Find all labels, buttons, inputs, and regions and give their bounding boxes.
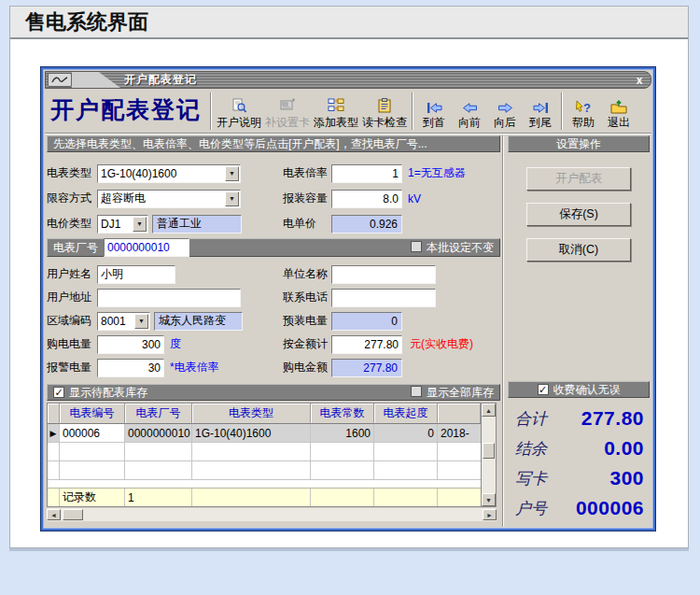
- confirm-bar: ✓ 收费确认无误: [508, 381, 650, 398]
- column-header: [438, 404, 481, 424]
- capacity-input[interactable]: [331, 190, 402, 208]
- write-card-value: 300: [609, 467, 644, 489]
- buy-qty-input[interactable]: [97, 335, 164, 354]
- go-next-button[interactable]: 向后: [487, 91, 523, 132]
- ratio-input[interactable]: [331, 164, 402, 183]
- total-row: 合计 277.80: [508, 404, 650, 433]
- alarm-qty-row: 报警电量 *电表倍率 购电金额 277.80: [47, 356, 500, 379]
- main-column: 先选择电表类型、电表倍率、电价类型等后点击[开户配表]，查找电表厂号... 电表…: [47, 135, 500, 527]
- table-header-row: 电表编号 电表厂号 电表类型 电表常数 电表起度: [48, 404, 481, 424]
- last-record-icon: [533, 97, 549, 114]
- balance-label: 结余: [515, 438, 547, 460]
- alarm-qty-input[interactable]: [97, 359, 164, 377]
- show-pending-checkbox[interactable]: ✓: [53, 387, 64, 398]
- page-card: 售电系统界面 开户配表登记 x 开户配表登记 开户说明: [9, 6, 689, 548]
- toolbar-button-label: 向后: [494, 115, 516, 131]
- chevron-down-icon[interactable]: ▼: [134, 314, 148, 329]
- scroll-down-icon[interactable]: ▼: [482, 493, 496, 506]
- horizontal-scrollbar[interactable]: ◄ ►: [47, 508, 497, 521]
- address-input[interactable]: [97, 289, 241, 307]
- preset-qty-field: 0: [331, 312, 402, 331]
- read-card-check-button[interactable]: 读卡检查: [360, 91, 409, 132]
- ratio-label: 电表倍率: [283, 165, 331, 181]
- phone-label: 联系电话: [283, 290, 331, 305]
- help-button[interactable]: ? 帮助: [566, 91, 601, 132]
- limit-mode-label: 限容方式: [47, 191, 97, 206]
- horizontal-scroll-thumb[interactable]: [63, 509, 83, 520]
- column-header: 电表起度: [374, 404, 438, 424]
- go-prev-button[interactable]: 向前: [452, 91, 487, 132]
- by-amount-note: 元(实收电费): [410, 336, 473, 352]
- save-button[interactable]: 保存(S): [526, 203, 631, 226]
- toolbar-button-label: 退出: [608, 115, 630, 131]
- limit-mode-value: 超容断电: [98, 191, 225, 206]
- area-code-label: 区域编码: [47, 313, 97, 329]
- record-count-label: 记录数: [60, 489, 125, 506]
- factory-no-bar: 电表厂号 本批设定不变: [47, 238, 500, 257]
- address-row: 用户地址 联系电话: [47, 286, 500, 309]
- toolbar-button-label: 开户说明: [217, 115, 261, 131]
- fee-confirm-label: 收费确认无误: [553, 382, 621, 398]
- app-window: 开户配表登记 x 开户配表登记 开户说明 补设置卡: [40, 66, 656, 531]
- price-type-value: DJ1: [98, 218, 133, 231]
- assign-meter-button[interactable]: 开户配表: [526, 167, 631, 191]
- toolbar-button-label: 到尾: [529, 115, 552, 131]
- setup-card-button[interactable]: 补设置卡: [263, 91, 312, 132]
- clipboard-icon: [376, 97, 393, 114]
- first-record-icon: [427, 97, 442, 114]
- write-card-row: 写卡 300: [508, 463, 650, 493]
- price-type-combo[interactable]: DJ1 ▼: [97, 215, 148, 234]
- vertical-scroll-thumb[interactable]: [483, 443, 495, 459]
- window-title: 开户配表登记: [124, 72, 197, 88]
- help-icon: ?: [575, 97, 593, 114]
- phone-input[interactable]: [331, 289, 436, 307]
- area-code-combo[interactable]: 8001 ▼: [97, 312, 150, 331]
- limit-mode-combo[interactable]: 超容断电 ▼: [97, 190, 241, 208]
- batch-fixed-checkbox[interactable]: [411, 241, 422, 252]
- next-record-icon: [497, 97, 513, 114]
- scroll-up-icon[interactable]: ▲: [482, 404, 496, 417]
- user-name-input[interactable]: [97, 265, 175, 284]
- show-all-checkbox[interactable]: [411, 386, 422, 397]
- user-name-row: 用户姓名 单位名称: [47, 262, 500, 286]
- area-desc-field: 城东人民路变: [154, 312, 243, 331]
- balance-value: 0.00: [604, 437, 644, 460]
- price-type-row: 电价类型 DJ1 ▼ 普通工业 电单价 0.926: [47, 211, 500, 236]
- table-row[interactable]: ▶ 000006 0000000010 1G-10(40)1600 1600 0…: [48, 424, 481, 443]
- chevron-down-icon[interactable]: ▼: [225, 191, 239, 206]
- toolbar-button-label: 添加表型: [314, 115, 358, 131]
- org-name-input[interactable]: [331, 265, 436, 284]
- capacity-note: kV: [408, 192, 421, 205]
- unit-price-field: 0.926: [331, 215, 402, 234]
- vertical-scrollbar[interactable]: ▲ ▼: [481, 404, 496, 506]
- close-button[interactable]: x: [628, 74, 651, 87]
- column-header: 电表类型: [192, 404, 311, 424]
- fee-confirm-checkbox[interactable]: ✓: [538, 384, 549, 395]
- add-meter-type-button[interactable]: 添加表型: [312, 91, 360, 132]
- go-first-button[interactable]: 到首: [416, 91, 452, 132]
- total-value: 277.80: [581, 407, 644, 430]
- go-last-button[interactable]: 到尾: [523, 91, 558, 132]
- empty-row: [48, 461, 481, 480]
- buy-qty-label: 购电电量: [47, 336, 97, 352]
- meter-type-combo[interactable]: 1G-10(40)1600 ▼: [97, 164, 241, 183]
- by-amount-input[interactable]: [331, 335, 402, 354]
- chevron-down-icon[interactable]: ▼: [133, 217, 147, 232]
- factory-no-input[interactable]: [104, 238, 189, 257]
- write-card-label: 写卡: [515, 468, 547, 489]
- exit-button[interactable]: 退出: [601, 91, 637, 132]
- column-header: 电表厂号: [125, 404, 192, 424]
- show-all-label: 显示全部库存: [427, 385, 494, 401]
- area-code-row: 区域编码 8001 ▼ 城东人民路变 预装电量 0: [47, 309, 500, 333]
- toolbar-separator: [210, 92, 212, 130]
- alarm-qty-label: 报警电量: [47, 360, 97, 375]
- form-heading: 开户配表登记: [47, 94, 207, 127]
- alarm-qty-note: *电表倍率: [170, 360, 219, 375]
- scroll-right-icon[interactable]: ►: [483, 509, 497, 520]
- chevron-down-icon[interactable]: ▼: [225, 166, 239, 181]
- scroll-left-icon[interactable]: ◄: [47, 509, 61, 520]
- account-no-label: 户号: [515, 498, 547, 519]
- preset-qty-label: 预装电量: [283, 313, 331, 329]
- cancel-button[interactable]: 取消(C): [526, 238, 631, 262]
- open-help-button[interactable]: 开户说明: [215, 91, 263, 132]
